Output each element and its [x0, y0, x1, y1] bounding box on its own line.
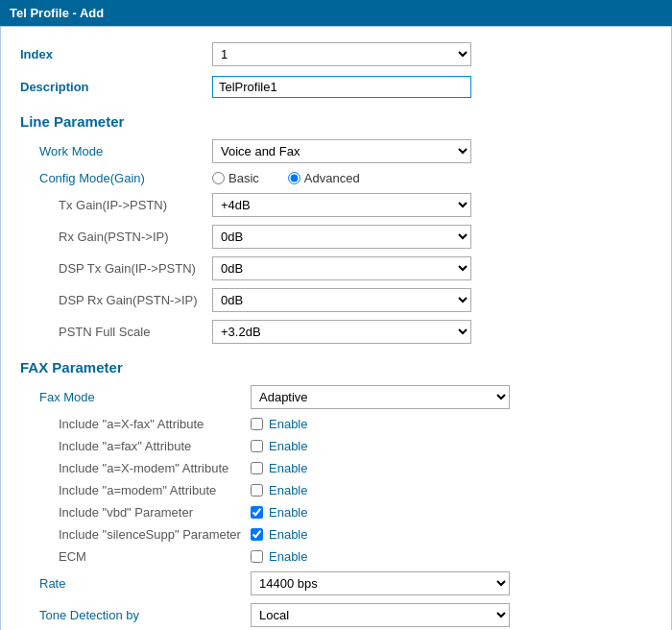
index-select[interactable]: 1 2 3: [212, 42, 471, 66]
enable-label-2: Enable: [269, 439, 307, 453]
enable-label-3: Enable: [269, 461, 307, 475]
description-input[interactable]: [212, 76, 471, 98]
ecm-label: ECM: [59, 549, 251, 564]
pstn-full-scale-label: PSTN Full Scale: [59, 325, 212, 339]
tone-detection-select[interactable]: Local Remote: [251, 603, 510, 627]
rate-select[interactable]: 14400 bps 9600 bps 4800 bps: [251, 571, 510, 595]
include-vbd-checkbox[interactable]: [251, 506, 263, 519]
include-ax-fax-label: Include "a=X-fax" Attribute: [59, 417, 251, 431]
line-parameter-title: Line Parameter: [20, 113, 652, 130]
enable-label-1: Enable: [269, 417, 307, 431]
include-a-modem-checkbox-label[interactable]: Enable: [251, 483, 307, 497]
config-mode-advanced[interactable]: Advanced: [288, 171, 360, 185]
enable-label-7: Enable: [269, 549, 307, 564]
config-mode-basic-radio[interactable]: [212, 172, 225, 184]
description-label: Description: [20, 80, 212, 94]
dsp-rx-gain-select[interactable]: 0dB +1dB: [212, 288, 471, 312]
dsp-tx-gain-label: DSP Tx Gain(IP->PSTN): [59, 261, 212, 276]
include-ax-modem-label: Include "a=X-modem" Attribute: [59, 461, 251, 475]
tx-gain-select[interactable]: +4dB +3dB 0dB: [212, 193, 471, 217]
dsp-rx-gain-label: DSP Rx Gain(PSTN->IP): [59, 293, 212, 307]
rx-gain-select[interactable]: 0dB +1dB: [212, 225, 471, 249]
work-mode-label: Work Mode: [39, 144, 212, 158]
rate-label: Rate: [39, 576, 251, 591]
include-vbd-checkbox-label[interactable]: Enable: [251, 505, 307, 520]
enable-label-4: Enable: [269, 483, 307, 497]
index-label: Index: [20, 47, 212, 61]
title-bar: Tel Profile - Add: [0, 0, 672, 26]
include-a-fax-checkbox[interactable]: [251, 440, 263, 452]
include-silence-supp-label: Include "silenceSupp" Parameter: [59, 527, 251, 542]
config-mode-basic[interactable]: Basic: [212, 171, 259, 185]
pstn-full-scale-select[interactable]: +3.2dB +3.0dB: [212, 320, 471, 344]
fax-parameter-title: FAX Parameter: [20, 359, 652, 376]
config-mode-advanced-radio[interactable]: [288, 172, 300, 184]
include-ax-modem-checkbox[interactable]: [251, 462, 263, 474]
include-silence-supp-checkbox[interactable]: [251, 528, 263, 541]
enable-label-5: Enable: [269, 505, 307, 520]
work-mode-select[interactable]: Voice and Fax Voice Only Fax Only: [212, 139, 471, 163]
config-mode-label: Config Mode(Gain): [39, 171, 212, 185]
include-vbd-label: Include "vbd" Parameter: [59, 505, 251, 520]
dsp-tx-gain-select[interactable]: 0dB +1dB: [212, 256, 471, 280]
include-ax-fax-checkbox-label[interactable]: Enable: [251, 417, 307, 431]
include-a-modem-checkbox[interactable]: [251, 484, 263, 497]
ecm-checkbox-label[interactable]: Enable: [251, 549, 307, 564]
enable-label-6: Enable: [269, 527, 307, 542]
tx-gain-label: Tx Gain(IP->PSTN): [59, 198, 212, 212]
fax-mode-select[interactable]: Adaptive T.38 Pass-through: [251, 385, 510, 409]
include-a-fax-label: Include "a=fax" Attribute: [59, 439, 251, 453]
include-ax-fax-checkbox[interactable]: [251, 418, 263, 430]
include-silence-supp-checkbox-label[interactable]: Enable: [251, 527, 307, 542]
include-a-modem-label: Include "a=modem" Attribute: [59, 483, 251, 497]
tone-detection-label: Tone Detection by: [39, 608, 251, 622]
include-ax-modem-checkbox-label[interactable]: Enable: [251, 461, 307, 475]
include-a-fax-checkbox-label[interactable]: Enable: [251, 439, 307, 453]
fax-mode-label: Fax Mode: [39, 390, 251, 404]
rx-gain-label: Rx Gain(PSTN->IP): [59, 230, 212, 244]
ecm-checkbox[interactable]: [251, 550, 263, 563]
